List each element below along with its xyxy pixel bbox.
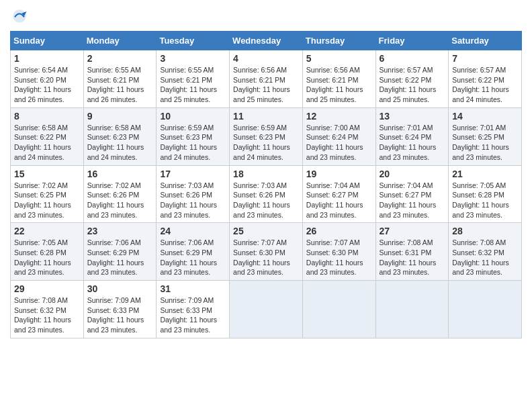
day-info: Sunset: 6:31 PM [380,248,445,258]
day-info: Daylight: 11 hours [160,200,226,210]
day-info: and 23 minutes. [380,210,445,220]
calendar-cell: 15Sunrise: 7:02 AMSunset: 6:25 PMDayligh… [11,165,84,223]
day-number: 31 [160,283,226,294]
day-info: Daylight: 11 hours [380,142,445,152]
day-number: 16 [87,169,153,179]
day-number: 2 [87,53,153,64]
day-info: and 23 minutes. [160,325,226,335]
calendar-cell: 10Sunrise: 6:59 AMSunset: 6:23 PMDayligh… [157,107,230,165]
day-info: Daylight: 11 hours [87,200,153,210]
day-number: 1 [14,53,80,64]
day-info: Sunrise: 7:04 AM [306,181,372,191]
day-info: Sunrise: 6:56 AM [306,65,372,75]
day-info: Daylight: 11 hours [380,258,445,268]
day-info: and 24 minutes. [452,95,518,105]
weekday-header: Sunday [11,32,84,50]
day-info: Sunrise: 7:04 AM [380,181,445,191]
day-number: 23 [87,226,153,236]
day-info: and 25 minutes. [380,95,445,105]
day-info: Sunset: 6:21 PM [160,75,226,85]
day-info: Daylight: 11 hours [452,85,518,95]
day-info: Sunrise: 6:59 AM [160,123,226,133]
day-info: Sunset: 6:33 PM [87,306,153,316]
day-info: and 25 minutes. [160,95,226,105]
day-number: 14 [452,111,518,122]
weekday-header: Friday [375,32,449,50]
weekday-header: Tuesday [157,32,230,50]
day-info: Daylight: 11 hours [306,142,372,152]
day-info: Daylight: 11 hours [380,200,445,210]
calendar-cell: 7Sunrise: 6:57 AMSunset: 6:22 PMDaylight… [449,50,522,108]
day-info: Sunset: 6:23 PM [233,132,299,142]
calendar-cell: 13Sunrise: 7:01 AMSunset: 6:24 PMDayligh… [375,107,449,165]
calendar-cell: 20Sunrise: 7:04 AMSunset: 6:27 PMDayligh… [375,165,449,223]
day-info: Sunset: 6:29 PM [87,248,153,258]
day-number: 21 [452,169,518,179]
day-info: Sunrise: 7:00 AM [306,123,372,133]
day-number: 3 [160,53,226,64]
day-info: Daylight: 11 hours [160,142,226,152]
day-number: 15 [14,169,80,179]
day-info: Sunrise: 6:58 AM [87,123,153,133]
day-info: Sunrise: 7:08 AM [14,295,80,306]
calendar-cell [230,281,303,338]
day-number: 28 [452,226,518,236]
day-info: and 23 minutes. [14,210,80,220]
day-info: Sunset: 6:21 PM [233,75,299,85]
day-info: Daylight: 11 hours [160,315,226,325]
day-info: and 23 minutes. [306,267,372,277]
day-info: and 23 minutes. [306,152,372,163]
calendar-cell: 28Sunrise: 7:08 AMSunset: 6:32 PMDayligh… [449,223,522,281]
day-info: and 23 minutes. [87,267,153,277]
day-number: 24 [160,226,226,236]
day-info: Sunset: 6:26 PM [87,190,153,200]
weekday-header: Monday [83,32,157,50]
day-number: 25 [233,226,299,236]
day-number: 9 [87,111,153,122]
day-number: 30 [87,283,153,294]
calendar-cell: 1Sunrise: 6:54 AMSunset: 6:20 PMDaylight… [11,50,84,108]
day-number: 29 [14,283,80,294]
day-info: Sunset: 6:26 PM [160,190,226,200]
day-info: and 23 minutes. [380,267,445,277]
logo [10,7,32,26]
day-info: Sunset: 6:24 PM [306,132,372,142]
day-info: Daylight: 11 hours [233,85,299,95]
day-info: Sunrise: 7:05 AM [14,238,80,248]
day-info: Daylight: 11 hours [160,258,226,268]
day-info: Sunset: 6:28 PM [14,248,80,258]
day-number: 13 [380,111,445,122]
calendar-week-row: 8Sunrise: 6:58 AMSunset: 6:22 PMDaylight… [11,107,522,165]
day-number: 10 [160,111,226,122]
day-info: and 24 minutes. [14,152,80,163]
day-number: 8 [14,111,80,122]
day-info: Sunset: 6:23 PM [87,132,153,142]
day-info: and 24 minutes. [233,152,299,163]
day-info: Sunrise: 7:01 AM [380,123,445,133]
calendar-cell: 12Sunrise: 7:00 AMSunset: 6:24 PMDayligh… [302,107,375,165]
day-info: Sunset: 6:28 PM [452,190,518,200]
day-info: Sunset: 6:27 PM [306,190,372,200]
day-info: Daylight: 11 hours [306,200,372,210]
day-info: and 26 minutes. [87,95,153,105]
calendar-cell: 6Sunrise: 6:57 AMSunset: 6:22 PMDaylight… [375,50,449,108]
day-info: Sunrise: 7:07 AM [306,238,372,248]
logo-icon [10,7,29,26]
day-info: Sunset: 6:30 PM [233,248,299,258]
day-info: and 23 minutes. [14,325,80,335]
calendar-week-row: 1Sunrise: 6:54 AMSunset: 6:20 PMDaylight… [11,50,522,108]
calendar-cell [302,281,375,338]
calendar-cell: 23Sunrise: 7:06 AMSunset: 6:29 PMDayligh… [83,223,157,281]
day-info: Sunrise: 6:55 AM [160,65,226,75]
calendar-week-row: 15Sunrise: 7:02 AMSunset: 6:25 PMDayligh… [11,165,522,223]
day-number: 12 [306,111,372,122]
day-number: 17 [160,169,226,179]
calendar-cell: 31Sunrise: 7:09 AMSunset: 6:33 PMDayligh… [157,281,230,338]
calendar-cell: 4Sunrise: 6:56 AMSunset: 6:21 PMDaylight… [230,50,303,108]
day-info: Sunrise: 7:09 AM [87,295,153,306]
day-info: Sunset: 6:32 PM [14,306,80,316]
calendar-cell: 21Sunrise: 7:05 AMSunset: 6:28 PMDayligh… [449,165,522,223]
day-info: Daylight: 11 hours [306,258,372,268]
calendar-cell: 18Sunrise: 7:03 AMSunset: 6:26 PMDayligh… [230,165,303,223]
calendar-week-row: 29Sunrise: 7:08 AMSunset: 6:32 PMDayligh… [11,281,522,338]
